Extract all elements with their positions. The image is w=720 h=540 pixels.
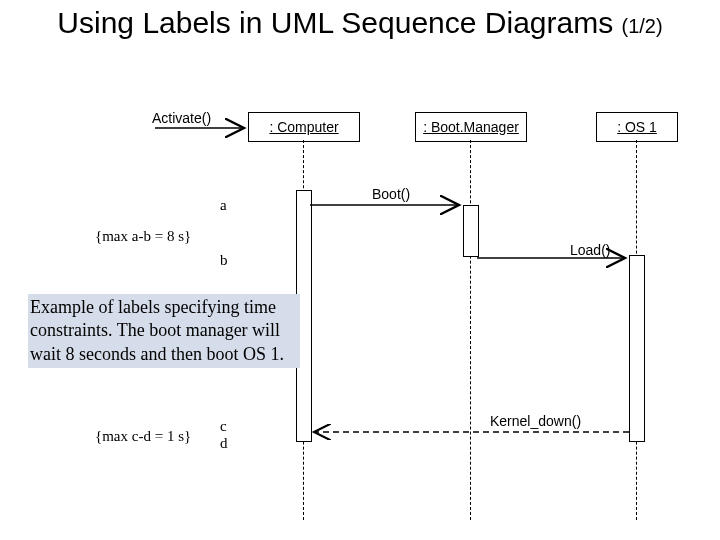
activation-os1 — [629, 255, 645, 442]
participant-os1: : OS 1 — [596, 112, 678, 142]
title-sub: (1/2) — [622, 15, 663, 37]
msg-boot-label: Boot() — [372, 186, 410, 202]
title-main: Using Labels in UML Sequence Diagrams — [57, 6, 613, 39]
lifeline-bootmanager — [470, 140, 471, 520]
arrows-layer — [0, 0, 720, 540]
participant-computer: : Computer — [248, 112, 360, 142]
activate-label: Activate() — [152, 110, 211, 126]
constraint-cd: {max c-d = 1 s} — [95, 428, 191, 445]
caption-text: Example of labels specifying time constr… — [28, 294, 300, 368]
slide-title: Using Labels in UML Sequence Diagrams (1… — [0, 6, 720, 40]
time-label-a: a — [220, 197, 227, 214]
activation-bootmanager — [463, 205, 479, 257]
msg-load-label: Load() — [570, 242, 610, 258]
msg-kerneldown-label: Kernel_down() — [490, 413, 581, 429]
time-label-c: c — [220, 418, 227, 435]
time-label-b: b — [220, 252, 228, 269]
slide-root: Using Labels in UML Sequence Diagrams (1… — [0, 0, 720, 540]
time-label-d: d — [220, 435, 228, 452]
constraint-ab: {max a-b = 8 s} — [95, 228, 191, 245]
participant-bootmanager: : Boot.Manager — [415, 112, 527, 142]
